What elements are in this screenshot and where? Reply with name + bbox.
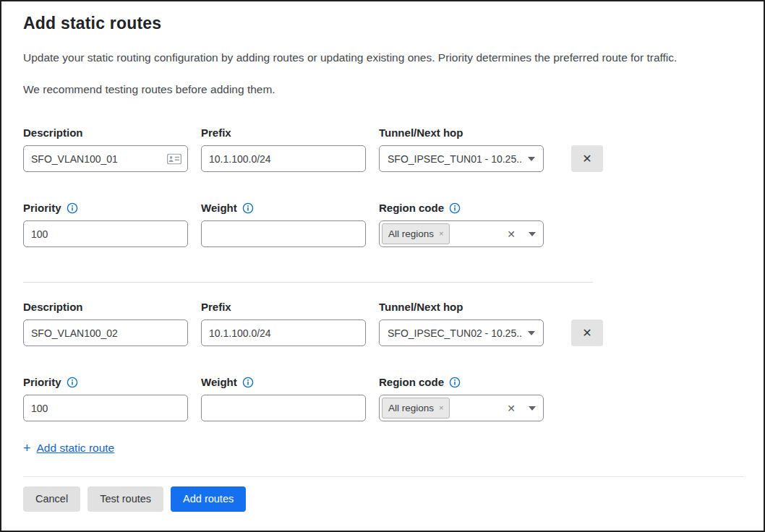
description-label: Description <box>23 300 188 314</box>
clear-selection-icon[interactable]: ✕ <box>507 403 516 413</box>
tunnel-select[interactable]: SFO_IPSEC_TUN02 - 10.25... <box>379 319 544 346</box>
priority-label: Priority <box>23 201 188 215</box>
chip-remove-icon[interactable]: × <box>439 230 443 238</box>
delete-route-button[interactable]: ✕ <box>571 145 603 172</box>
dialog-description: Update your static routing configuration… <box>23 51 743 65</box>
priority-input[interactable] <box>23 220 188 247</box>
region-chip-label: All regions <box>388 228 434 239</box>
region-code-select[interactable]: All regions × ✕ <box>379 395 544 421</box>
dialog-note: We recommend testing routes before addin… <box>23 82 743 97</box>
dropdown-caret-icon <box>529 232 536 236</box>
route-section-2: Description Prefix Tunnel/Next hop SFO_I… <box>23 300 743 421</box>
info-icon[interactable] <box>67 377 78 388</box>
prefix-label: Prefix <box>201 126 366 140</box>
priority-input[interactable] <box>23 395 188 421</box>
add-static-route-link[interactable]: + Add static route <box>23 442 114 455</box>
weight-input[interactable] <box>201 395 366 421</box>
clear-selection-icon[interactable]: ✕ <box>507 229 516 239</box>
dropdown-caret-icon <box>528 157 535 161</box>
weight-label: Weight <box>201 375 366 389</box>
plus-icon: + <box>23 442 31 454</box>
footer-divider <box>23 476 743 477</box>
region-chip-label: All regions <box>388 403 434 413</box>
add-static-routes-dialog: Add static routes Update your static rou… <box>0 0 765 532</box>
chip-remove-icon[interactable]: × <box>439 404 443 412</box>
description-label: Description <box>23 126 188 140</box>
tunnel-select-value: SFO_IPSEC_TUN02 - 10.25... <box>388 327 522 339</box>
cancel-button[interactable]: Cancel <box>23 486 80 512</box>
prefix-label: Prefix <box>201 300 366 314</box>
region-chip: All regions × <box>382 223 450 244</box>
weight-label: Weight <box>201 201 366 215</box>
add-static-route-label: Add static route <box>37 442 115 455</box>
add-routes-button[interactable]: Add routes <box>171 486 246 512</box>
tunnel-label: Tunnel/Next hop <box>379 126 544 140</box>
info-icon[interactable] <box>242 377 254 388</box>
dropdown-caret-icon <box>529 406 536 411</box>
region-code-label: Region code <box>379 375 544 389</box>
close-icon: ✕ <box>582 326 591 340</box>
delete-route-button[interactable]: ✕ <box>571 319 603 346</box>
test-routes-button[interactable]: Test routes <box>87 486 163 512</box>
info-icon[interactable] <box>449 202 461 214</box>
info-icon[interactable] <box>242 202 254 214</box>
description-input[interactable] <box>23 145 188 172</box>
close-icon: ✕ <box>582 152 591 166</box>
tunnel-label: Tunnel/Next hop <box>379 300 544 314</box>
page-title: Add static routes <box>23 13 743 33</box>
info-icon[interactable] <box>449 377 461 388</box>
prefix-input[interactable] <box>201 319 366 346</box>
region-code-label: Region code <box>379 201 544 215</box>
region-code-select[interactable]: All regions × ✕ <box>379 220 544 247</box>
dropdown-caret-icon <box>528 331 535 335</box>
prefix-input[interactable] <box>201 145 366 172</box>
region-chip: All regions × <box>382 398 450 419</box>
info-icon[interactable] <box>67 202 78 214</box>
weight-input[interactable] <box>201 220 366 247</box>
route-section-1: Description <box>23 126 743 247</box>
tunnel-select[interactable]: SFO_IPSEC_TUN01 - 10.25... <box>379 145 544 172</box>
route-divider <box>23 282 593 283</box>
description-input[interactable] <box>23 319 188 346</box>
priority-label: Priority <box>23 375 188 389</box>
footer-actions: Cancel Test routes Add routes <box>23 486 743 512</box>
tunnel-select-value: SFO_IPSEC_TUN01 - 10.25... <box>388 153 522 165</box>
